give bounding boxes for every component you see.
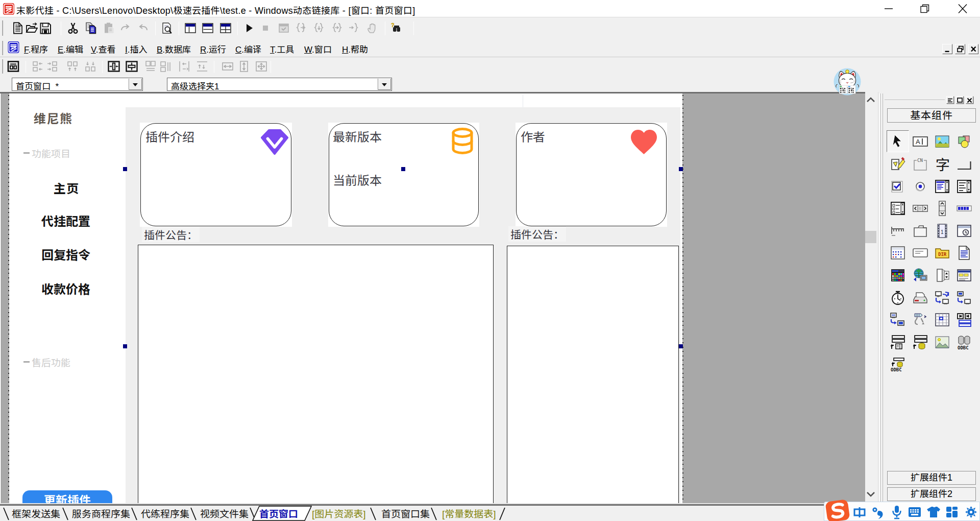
svg-text:DIR: DIR <box>938 252 947 257</box>
svg-text:A: A <box>916 138 920 146</box>
svg-text:CN: CN <box>917 158 923 163</box>
svg-text:ODBC: ODBC <box>958 345 969 350</box>
svg-text:字: 字 <box>936 156 950 173</box>
svg-text:1: 1 <box>941 229 944 235</box>
svg-text:ODBC: ODBC <box>891 367 902 372</box>
